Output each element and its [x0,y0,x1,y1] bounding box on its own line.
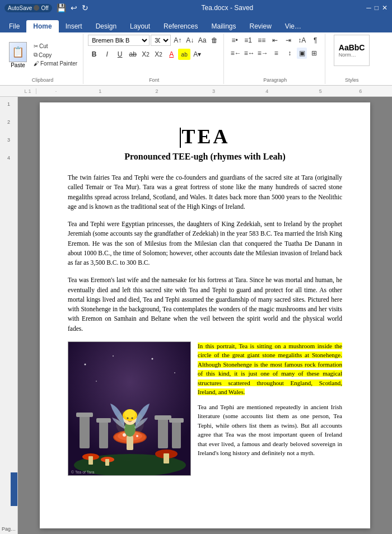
align-left-btn[interactable]: ≡← [230,48,242,59]
paste-label: Paste [11,62,25,68]
svg-rect-4 [99,420,108,448]
svg-point-31 [152,358,153,359]
tab-home[interactable]: Home [26,20,58,32]
align-right-btn[interactable]: ≡→ [256,48,269,59]
increase-font-btn[interactable]: A↑ [172,35,183,46]
subscript-button[interactable]: X2 [139,49,152,60]
clipboard-content: 📋 Paste ✂ Cut ⧉ Copy 🖌 Format Painter [6,35,80,83]
borders-btn[interactable]: ⊞ [308,48,320,59]
tab-design[interactable]: Design [89,20,123,32]
paragraph-3: Tea was Eremon's last wife and the names… [68,275,342,334]
justify-btn[interactable]: ≡ [270,48,282,59]
page-label: Pag… [2,526,16,532]
doc-title: TEA [68,125,342,148]
font-color-button[interactable]: A [165,49,178,60]
maximize-btn[interactable]: □ [375,4,379,12]
highlight-button[interactable]: ab [178,49,190,60]
tab-file[interactable]: File [2,20,26,32]
cut-label: Cut [39,43,48,49]
shading-btn[interactable]: ▣ [297,48,307,59]
underline-button[interactable]: U [114,49,126,60]
window-controls: ─ □ ✕ [366,4,388,12]
styles-group-label: Styles [326,77,377,83]
bullets-btn[interactable]: ≡• [228,35,241,46]
scissors-icon: ✂ [34,43,38,49]
copy-label: Copy [39,52,52,58]
align-center-btn[interactable]: ≡↔ [243,48,255,59]
bold-button[interactable]: B [88,49,100,60]
superscript-button[interactable]: X2 [152,49,165,60]
highlighted-text: In this portrait, Tea is sitting on a mu… [198,343,342,396]
font-color-picker[interactable]: A▾ [191,49,203,60]
doc-area: 1 2 3 4 Pag… TEA Pronounced TEE-ugh (rhy… [0,97,392,534]
autosave-state: Off [41,5,48,11]
left-sidebar: 1 2 3 4 Pag… [0,97,18,534]
font-content: Bremen Blk B 30 A↑ A↓ Aa 🗑 B I U ab X2 X… [88,35,220,83]
ribbon: 📋 Paste ✂ Cut ⧉ Copy 🖌 Format Painter Cl… [0,32,392,86]
float-text-block: In this portrait, Tea is sitting on a mu… [198,341,342,476]
float-section: © Tea of Tara In this portrait, Tea is s… [68,341,342,476]
autosave-label: AutoSave [8,5,32,11]
svg-point-32 [174,372,175,373]
scroll-tab[interactable] [11,472,17,506]
decrease-indent-btn[interactable]: ⇤ [269,35,281,46]
tab-view[interactable]: Vie… [278,20,308,32]
clipboard-group: 📋 Paste ✂ Cut ⧉ Copy 🖌 Format Painter Cl… [2,34,83,84]
ruler-mark-5: 4 [265,88,268,94]
tab-references[interactable]: References [157,20,204,32]
decrease-font-btn[interactable]: A↓ [184,35,195,46]
styles-preview[interactable]: AaBbC Norm… [334,35,370,66]
save-icon[interactable]: 💾 [57,3,66,12]
file-name: Tea.docx - Saved [202,4,254,12]
clear-format-btn[interactable]: 🗑 [209,35,220,46]
change-case-btn[interactable]: Aa [197,35,208,46]
svg-rect-24 [88,456,93,465]
svg-rect-6 [158,418,168,448]
font-name-select[interactable]: Bremen Blk B [88,35,150,46]
numbering-btn[interactable]: ≡1 [242,35,254,46]
minimize-btn[interactable]: ─ [366,4,371,12]
font-group-label: Font [85,77,223,83]
sort-btn[interactable]: ↕A [296,35,308,46]
svg-point-34 [116,409,144,437]
autosave-toggle[interactable]: AutoSave Off [4,4,52,12]
redo-btn[interactable]: ↻ [82,3,88,12]
show-marks-btn[interactable]: ¶ [309,35,321,46]
font-size-select[interactable]: 30 [151,35,171,46]
paste-icon: 📋 [9,42,27,62]
multilevel-btn[interactable]: ≡≡ [255,35,268,46]
styles-group: AaBbC Norm… Styles [326,34,377,84]
tab-review[interactable]: Review [242,20,278,32]
font-selector-row: Bremen Blk B 30 A↑ A↓ Aa 🗑 [88,35,220,46]
line-spacing-btn[interactable]: ↕ [283,48,296,59]
tab-mailings[interactable]: Mailings [204,20,242,32]
increase-indent-btn[interactable]: ⇥ [282,35,295,46]
ruler-vertical-mark-3: 3 [7,137,10,143]
tab-layout[interactable]: Layout [123,20,157,32]
cursor [180,128,181,148]
page-container[interactable]: TEA Pronounced TEE-ugh (rhymes with Leah… [18,97,392,534]
svg-text:© Tea of Tara: © Tea of Tara [71,470,95,474]
format-buttons-row: B I U ab X2 X2 A ab A▾ [88,49,203,60]
close-btn[interactable]: ✕ [382,4,388,12]
undo-btn[interactable]: ↩ [71,3,77,12]
strikethrough-button[interactable]: ab [127,49,139,60]
format-painter-button[interactable]: 🖌 Format Painter [31,60,80,67]
align-buttons-row: ≡← ≡↔ ≡→ ≡ ↕ ▣ ⊞ [230,48,320,59]
ruler-left-margin: L 1 [20,88,36,94]
tab-insert[interactable]: Insert [59,20,89,32]
svg-rect-28 [105,459,109,466]
svg-point-29 [85,363,86,365]
format-painter-icon: 🖌 [34,60,39,67]
cut-button[interactable]: ✂ Cut [31,43,80,50]
paste-button[interactable]: 📋 Paste [6,40,30,71]
ruler-mark-4: 3 [212,88,215,94]
italic-button[interactable]: I [101,49,113,60]
paragraph-group-label: Paragraph [225,77,325,83]
svg-rect-3 [76,413,93,417]
highlighted-paragraph: In this portrait, Tea is sitting on a mu… [198,341,342,397]
doc-subtitle: Pronounced TEE-ugh (rhymes with Leah) [68,152,342,162]
svg-point-30 [113,355,114,357]
copy-button[interactable]: ⧉ Copy [31,51,80,59]
document-page: TEA Pronounced TEE-ugh (rhymes with Leah… [40,102,370,528]
